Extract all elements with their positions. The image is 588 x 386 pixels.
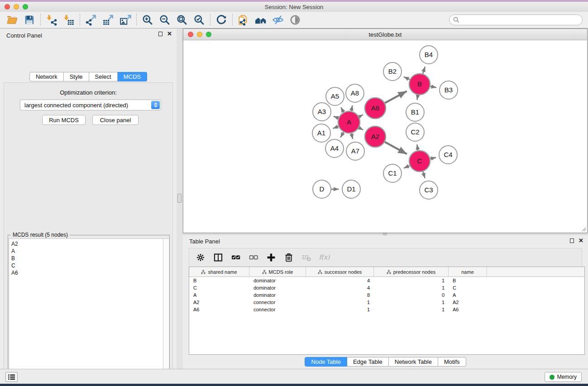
- node-C1[interactable]: C1: [383, 164, 402, 182]
- memory-button[interactable]: Memory: [545, 372, 582, 382]
- edge-A-A3[interactable]: [334, 116, 339, 118]
- node-B3[interactable]: B3: [440, 81, 458, 99]
- node-A3[interactable]: A3: [313, 103, 331, 121]
- node-C2[interactable]: C2: [406, 123, 424, 141]
- mcds-result-list[interactable]: A2ABCA6: [9, 238, 163, 386]
- open-file-button[interactable]: [4, 13, 21, 27]
- add-row-plus-button[interactable]: [265, 252, 277, 263]
- cell-name[interactable]: A2: [449, 300, 487, 305]
- edge-A-A7[interactable]: [351, 133, 353, 139]
- cell-shared-name[interactable]: A6: [189, 307, 249, 312]
- save-session-button[interactable]: [21, 13, 38, 27]
- tab-node-table[interactable]: Node Table: [305, 357, 347, 367]
- cell-predecessor-nodes[interactable]: 1: [374, 278, 449, 283]
- zoom-in-button[interactable]: [139, 13, 156, 27]
- cell-predecessor-nodes[interactable]: 1: [374, 300, 449, 305]
- column-header-name[interactable]: name: [449, 267, 487, 276]
- neighbors-home-button[interactable]: [252, 13, 269, 27]
- node-B1[interactable]: B1: [406, 103, 424, 121]
- node-A1[interactable]: A1: [312, 124, 330, 142]
- control-panel-float-icon[interactable]: [158, 32, 163, 36]
- node-B2[interactable]: B2: [383, 62, 402, 81]
- cell-successor-nodes[interactable]: 1: [306, 300, 374, 305]
- cell-MCDS-role[interactable]: connector: [249, 307, 306, 312]
- cell-successor-nodes[interactable]: 4: [306, 285, 374, 291]
- node-D[interactable]: D: [313, 180, 331, 198]
- edge-C-C2[interactable]: [417, 144, 418, 150]
- tab-motifs[interactable]: Motifs: [438, 357, 466, 367]
- zoom-fit-button[interactable]: [173, 13, 191, 27]
- edge-A-A2[interactable]: [359, 128, 363, 130]
- zoom-out-button[interactable]: [156, 13, 173, 27]
- cell-name[interactable]: A: [449, 292, 487, 298]
- result-item[interactable]: B: [11, 255, 163, 262]
- export-network-button[interactable]: [82, 13, 100, 27]
- close-panel-button[interactable]: Close panel: [92, 115, 139, 125]
- export-table-button[interactable]: [100, 13, 117, 27]
- edge-A-A5[interactable]: [341, 107, 344, 112]
- import-network-button[interactable]: [43, 13, 60, 27]
- column-header-successor-nodes[interactable]: successor nodes: [306, 267, 374, 276]
- tab-edge-table[interactable]: Edge Table: [347, 357, 389, 367]
- export-image-button[interactable]: [117, 13, 134, 27]
- node-A6[interactable]: A6: [365, 98, 386, 119]
- cell-predecessor-nodes[interactable]: 1: [374, 285, 449, 291]
- edge-C-C3[interactable]: [423, 172, 425, 178]
- edge-B-B1[interactable]: [417, 95, 418, 100]
- task-history-button[interactable]: [5, 372, 18, 382]
- result-item[interactable]: C: [11, 262, 163, 269]
- edge-A2-C[interactable]: [385, 142, 407, 154]
- control-panel-close-icon[interactable]: ✕: [167, 32, 172, 36]
- select-all-checkboxes-button[interactable]: [230, 252, 242, 263]
- criterion-dropdown[interactable]: largest connected component (directed): [20, 100, 161, 110]
- run-mcds-button[interactable]: Run MCDS: [42, 115, 86, 125]
- node-A8[interactable]: A8: [346, 84, 364, 102]
- tab-style[interactable]: Style: [64, 72, 89, 81]
- tab-select[interactable]: Select: [89, 72, 118, 81]
- cell-name[interactable]: A6: [449, 307, 487, 312]
- result-item[interactable]: A: [11, 248, 163, 255]
- table-row[interactable]: A2connector11A2: [189, 299, 584, 306]
- duplicate-network-button[interactable]: [235, 13, 252, 27]
- node-A[interactable]: A: [338, 111, 360, 133]
- cell-shared-name[interactable]: B: [189, 278, 249, 283]
- node-A7[interactable]: A7: [346, 142, 364, 160]
- table-panel-float-icon[interactable]: [570, 238, 574, 243]
- vertical-divider-handle[interactable]: [177, 194, 182, 203]
- node-D1[interactable]: D1: [342, 180, 360, 198]
- tab-mcds[interactable]: MCDS: [118, 72, 147, 81]
- edge-B-B3[interactable]: [430, 86, 437, 88]
- cell-shared-name[interactable]: A: [189, 292, 249, 298]
- cell-shared-name[interactable]: C: [189, 285, 249, 291]
- table-row[interactable]: Adominator80A: [189, 291, 584, 299]
- cell-MCDS-role[interactable]: dominator: [249, 292, 306, 298]
- show-all-eye-button[interactable]: [287, 13, 304, 27]
- table-row[interactable]: A6connector11A6: [189, 306, 584, 313]
- node-B4[interactable]: B4: [420, 46, 438, 64]
- import-table-button[interactable]: [60, 13, 77, 27]
- node-A5[interactable]: A5: [326, 87, 344, 105]
- cell-successor-nodes[interactable]: 4: [306, 278, 374, 283]
- columns-button[interactable]: [212, 252, 224, 263]
- settings-gear-button[interactable]: [195, 252, 206, 263]
- edge-A-A8[interactable]: [351, 105, 353, 111]
- edge-A-A1[interactable]: [333, 126, 339, 129]
- cell-MCDS-role[interactable]: dominator: [249, 278, 306, 283]
- cell-successor-nodes[interactable]: 1: [306, 307, 374, 312]
- column-header-MCDS-role[interactable]: MCDS role: [249, 267, 306, 276]
- node-C4[interactable]: C4: [439, 146, 457, 164]
- result-item[interactable]: A2: [11, 240, 163, 248]
- network-graph-canvas[interactable]: B4B2BB3A5A8A6B1A3AC2A1A2A4A7C4CC1C3DD1: [184, 41, 587, 233]
- zoom-selected-button[interactable]: [191, 13, 208, 27]
- result-item[interactable]: A6: [11, 269, 163, 276]
- node-A2[interactable]: A2: [365, 126, 386, 147]
- edge-B-B4[interactable]: [423, 67, 425, 74]
- column-header-predecessor-nodes[interactable]: predecessor nodes: [374, 267, 449, 276]
- node-C[interactable]: C: [409, 151, 430, 172]
- edge-B-B2[interactable]: [404, 77, 410, 80]
- delete-trash-button[interactable]: [283, 252, 295, 263]
- cell-shared-name[interactable]: A2: [189, 300, 249, 305]
- edge-A6-B[interactable]: [385, 91, 407, 103]
- node-A4[interactable]: A4: [325, 139, 344, 157]
- cell-predecessor-nodes[interactable]: 1: [374, 307, 449, 312]
